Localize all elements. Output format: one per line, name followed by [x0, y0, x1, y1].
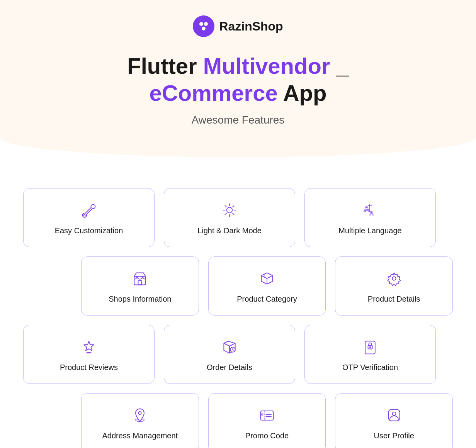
features-grid: Easy Customization L	[23, 188, 453, 448]
hero-section: RazinShop Flutter Multivendor _ eCommerc…	[0, 0, 476, 157]
svg-line-9	[225, 206, 226, 207]
svg-line-11	[233, 206, 234, 207]
svg-rect-18	[138, 281, 142, 285]
product-category-label: Product Category	[237, 295, 297, 304]
sun-icon	[219, 200, 240, 220]
svg-point-25	[370, 347, 371, 348]
user-circle-icon	[384, 405, 404, 425]
svg-point-19	[392, 277, 396, 280]
multiple-language-label: Multiple Language	[338, 226, 401, 235]
logo-area: RazinShop	[8, 15, 468, 37]
product-details-label: Product Details	[368, 295, 420, 304]
promo-code-label: Promo Code	[245, 431, 289, 440]
otp-verification-label: OTP Verification	[342, 363, 398, 372]
svg-line-12	[225, 213, 226, 214]
feature-card-shops-information[interactable]: Shops Information	[81, 256, 199, 316]
svg-line-10	[233, 213, 234, 214]
features-row-3: Product Reviews Order Details	[23, 325, 453, 384]
order-details-label: Order Details	[207, 363, 252, 372]
star-review-icon	[79, 337, 99, 357]
feature-card-easy-customization[interactable]: Easy Customization	[23, 188, 155, 247]
shops-information-label: Shops Information	[109, 295, 171, 304]
wrench-icon	[79, 200, 99, 220]
title-purple2: eCommerce	[150, 80, 278, 105]
svg-rect-27	[261, 411, 274, 420]
box-open-icon	[257, 268, 277, 288]
user-profile-label: User Profile	[374, 431, 414, 440]
language-icon: A A	[360, 200, 380, 220]
settings-box-icon	[384, 268, 404, 288]
title-part3: App	[278, 80, 327, 105]
svg-point-32	[392, 412, 396, 416]
product-reviews-label: Product Reviews	[60, 363, 118, 372]
logo-icon	[193, 15, 214, 37]
features-row-2: Shops Information Product Category	[23, 256, 453, 316]
svg-point-26	[139, 412, 141, 414]
map-pin-icon	[130, 405, 150, 425]
brand-name: RazinShop	[219, 19, 283, 34]
box-clock-icon	[219, 337, 240, 357]
light-dark-mode-label: Light & Dark Mode	[197, 226, 262, 235]
title-purple1: Multivendor	[203, 53, 330, 78]
hero-subtitle: Awesome Features	[8, 114, 468, 126]
feature-card-multiple-language[interactable]: A A Multiple Language	[304, 188, 436, 247]
svg-point-0	[199, 22, 203, 26]
features-row-4: Address Management Promo Code	[23, 393, 453, 448]
features-row-1: Easy Customization L	[23, 188, 453, 247]
shop-icon	[130, 268, 150, 288]
svg-point-1	[204, 22, 208, 26]
lock-phone-icon	[360, 337, 380, 357]
feature-card-address-management[interactable]: Address Management	[81, 393, 199, 448]
features-section: Easy Customization L	[0, 180, 476, 448]
title-part1: Flutter	[127, 53, 203, 78]
ticket-icon	[257, 405, 277, 425]
feature-card-product-reviews[interactable]: Product Reviews	[23, 325, 155, 384]
title-part2: _	[330, 53, 348, 78]
address-management-label: Address Management	[102, 431, 178, 440]
svg-point-3	[83, 214, 85, 216]
feature-card-order-details[interactable]: Order Details	[164, 325, 295, 384]
svg-point-4	[227, 207, 233, 213]
svg-point-2	[202, 27, 206, 31]
easy-customization-label: Easy Customization	[55, 226, 123, 235]
feature-card-promo-code[interactable]: Promo Code	[208, 393, 326, 448]
feature-card-product-details[interactable]: Product Details	[335, 256, 453, 316]
feature-card-user-profile[interactable]: User Profile	[335, 393, 453, 448]
feature-card-product-category[interactable]: Product Category	[208, 256, 326, 316]
hero-title: Flutter Multivendor _ eCommerce App	[8, 53, 468, 106]
feature-card-otp-verification[interactable]: OTP Verification	[304, 325, 436, 384]
feature-card-light-dark-mode[interactable]: Light & Dark Mode	[164, 188, 295, 247]
